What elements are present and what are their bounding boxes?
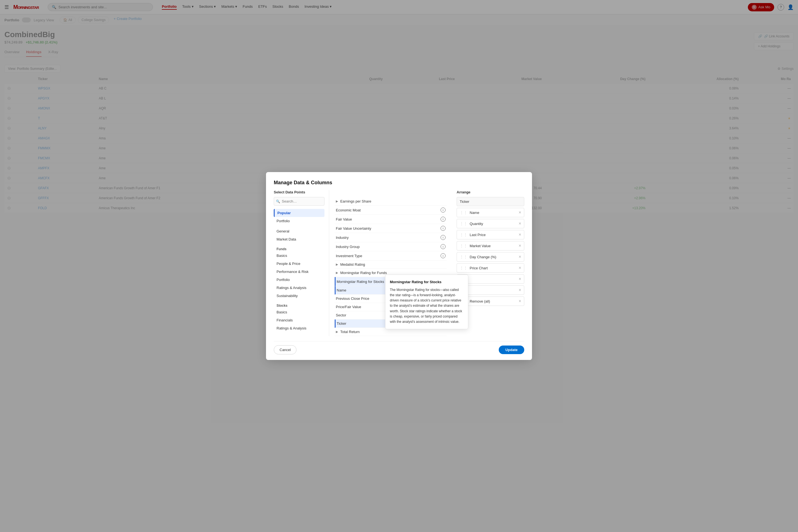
info-icon[interactable]: i	[440, 208, 445, 212]
drag-handle-icon[interactable]: ⋮⋮	[460, 210, 468, 213]
middle-panel: ▶Earnings per ShareEconomic MoatiFair Va…	[329, 197, 452, 213]
modal-body: Select Data Points 🔍 Popular Portfolio G…	[274, 190, 524, 213]
data-point-item[interactable]: Economic Moati	[335, 206, 446, 213]
data-search-input[interactable]	[274, 197, 324, 206]
select-data-label: Select Data Points	[274, 190, 324, 194]
right-panel: Arrange Ticker⋮⋮Name×⋮⋮Quantity×⋮⋮Last P…	[452, 190, 524, 213]
search-icon-modal: 🔍	[276, 200, 280, 203]
left-panel: Select Data Points 🔍 Popular Portfolio G…	[274, 190, 329, 213]
arrange-list: Ticker⋮⋮Name×⋮⋮Quantity×⋮⋮Last Price×⋮⋮M…	[457, 197, 524, 213]
modal-title: Manage Data & Columns	[274, 180, 524, 186]
search-wrap: 🔍	[274, 197, 324, 206]
arrange-item: Ticker	[457, 197, 524, 206]
data-point-label: Earnings per Share	[340, 199, 371, 203]
data-point-label: Economic Moat	[336, 208, 361, 212]
remove-item-button[interactable]: ×	[519, 210, 521, 213]
modal: Manage Data & Columns Select Data Points…	[266, 172, 532, 213]
data-points-list: ▶Earnings per ShareEconomic MoatiFair Va…	[335, 197, 446, 213]
arrange-item: ⋮⋮Name×	[457, 208, 524, 213]
modal-overlay[interactable]: Manage Data & Columns Select Data Points…	[0, 0, 798, 213]
cat-popular[interactable]: Popular	[274, 209, 324, 213]
arrange-item-label: Name	[470, 211, 479, 213]
arrange-label: Arrange	[457, 190, 524, 194]
expand-arrow-icon: ▶	[336, 200, 338, 203]
category-list: Popular Portfolio General Market Data Fu…	[274, 209, 324, 213]
arrange-item-label: Ticker	[460, 200, 469, 204]
data-point-item[interactable]: ▶Earnings per Share	[335, 197, 446, 206]
